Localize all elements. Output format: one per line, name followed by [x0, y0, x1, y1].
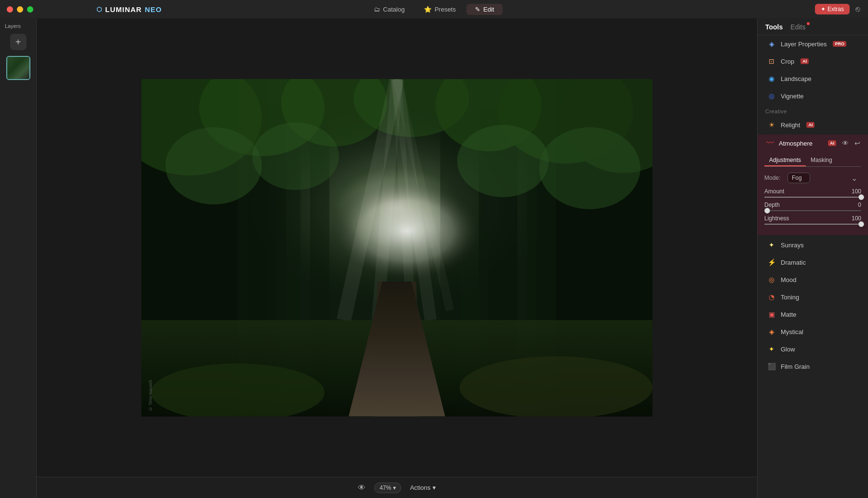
mystical-item[interactable]: ◈ Mystical	[760, 323, 866, 340]
layer-thumbnail-image	[7, 57, 29, 79]
minimize-button[interactable]	[17, 6, 23, 13]
svg-point-27	[457, 125, 549, 197]
vignette-label: Vignette	[781, 93, 803, 100]
layers-panel: Layers +	[0, 18, 37, 498]
mood-item[interactable]: ◎ Mood	[760, 271, 866, 288]
toning-item[interactable]: ◔ Toning	[760, 289, 866, 305]
depth-slider-thumb[interactable]	[764, 208, 770, 214]
amount-slider-fill	[764, 197, 861, 198]
filmgrain-item[interactable]: ⬛ Film Grain	[760, 358, 866, 375]
canvas-toolbar: 👁 47% ▾ Actions ▾	[37, 477, 757, 498]
mood-label: Mood	[781, 276, 797, 283]
close-button[interactable]	[7, 6, 13, 13]
crop-item[interactable]: ⊡ Crop AI	[760, 53, 866, 69]
atmosphere-tabs: Adjustments Masking	[764, 155, 861, 167]
zoom-control[interactable]: 47% ▾	[374, 483, 401, 493]
main-layout: Layers +	[0, 18, 868, 498]
extras-icon: ✦	[821, 6, 826, 13]
crop-label: Crop	[781, 58, 794, 65]
relight-label: Relight	[781, 121, 800, 129]
adjustments-tab[interactable]: Adjustments	[764, 155, 806, 166]
amount-label: Amount	[764, 188, 784, 195]
layer-properties-item[interactable]: ◈ Layer Properties PRO	[760, 36, 866, 52]
presets-icon: ⭐	[424, 6, 432, 13]
relight-badge: AI	[806, 122, 814, 128]
matte-label: Matte	[781, 311, 797, 318]
dramatic-label: Dramatic	[781, 259, 806, 266]
edit-label: Edit	[483, 6, 494, 13]
depth-slider-row: Depth 0 ↕	[764, 202, 861, 211]
visibility-icon[interactable]: 👁	[358, 484, 366, 492]
edit-nav-button[interactable]: ✎ Edit	[466, 4, 502, 15]
atmosphere-badge: AI	[828, 140, 836, 146]
landscape-item[interactable]: ◉ Landscape	[760, 70, 866, 87]
catalog-label: Catalog	[383, 6, 405, 13]
app-logo: ⬡ LUMINAR NEO	[96, 5, 162, 13]
canvas-area: © Timo Nausch 👁 47% ▾ Actions ▾	[37, 18, 757, 498]
actions-button[interactable]: Actions ▾	[410, 484, 436, 491]
atmosphere-visibility-icon[interactable]: 👁	[842, 139, 849, 147]
atmosphere-header[interactable]: 〰 Atmosphere AI 👁 ↩	[758, 135, 868, 152]
lightness-slider-fill	[764, 224, 861, 225]
atmosphere-icon: 〰	[765, 138, 775, 148]
lightness-slider-track[interactable]	[764, 224, 861, 225]
glow-label: Glow	[781, 346, 795, 353]
canvas-image[interactable]: © Timo Nausch	[141, 79, 652, 417]
actions-label: Actions	[410, 484, 431, 491]
lightness-slider-row: Lightness 100	[764, 215, 861, 225]
masking-tab[interactable]: Masking	[806, 155, 837, 166]
titlebar-nav: 🗂 Catalog ⭐ Presets ✎ Edit	[365, 4, 502, 15]
dramatic-item[interactable]: ⚡ Dramatic	[760, 254, 866, 270]
add-layer-button[interactable]: +	[10, 34, 27, 50]
titlebar: ⬡ LUMINAR NEO 🗂 Catalog ⭐ Presets ✎ Edit…	[0, 0, 868, 18]
mystical-label: Mystical	[781, 328, 803, 336]
relight-item[interactable]: ☀ Relight AI	[760, 117, 866, 133]
layer-properties-icon: ◈	[767, 40, 776, 48]
matte-icon: ▣	[767, 310, 776, 319]
depth-slider-track[interactable]: ↕	[764, 210, 861, 211]
glow-item[interactable]: ✦ Glow	[760, 341, 866, 357]
amount-slider-track[interactable]	[764, 197, 861, 198]
zoom-value: 47%	[380, 485, 391, 491]
svg-point-25	[165, 127, 262, 204]
filmgrain-icon: ⬛	[767, 362, 776, 371]
zoom-chevron-icon: ▾	[393, 485, 396, 491]
mode-select[interactable]: Fog Mist Haze Rain	[787, 173, 810, 183]
filmgrain-label: Film Grain	[781, 363, 810, 370]
tools-tab[interactable]: Tools	[765, 23, 783, 31]
share-icon[interactable]: ⎋	[855, 5, 860, 13]
sunrays-item[interactable]: ✦ Sunrays	[760, 237, 866, 253]
vignette-item[interactable]: ◎ Vignette	[760, 88, 866, 104]
atmosphere-label: Atmosphere	[779, 140, 824, 147]
mode-row: Mode: Fog Mist Haze Rain	[764, 173, 861, 183]
relight-icon: ☀	[767, 121, 776, 129]
layer-thumbnail[interactable]	[6, 56, 30, 80]
landscape-label: Landscape	[781, 75, 812, 82]
landscape-icon: ◉	[767, 74, 776, 83]
atmosphere-undo-icon[interactable]: ↩	[854, 139, 860, 147]
svg-point-32	[460, 356, 652, 417]
forest-scene: © Timo Nausch	[141, 79, 652, 417]
crop-icon: ⊡	[767, 57, 776, 66]
extras-button[interactable]: ✦ Extras	[815, 4, 850, 14]
maximize-button[interactable]	[27, 6, 33, 13]
glow-icon: ✦	[767, 345, 776, 353]
lightness-slider-thumb[interactable]	[858, 221, 864, 227]
lightness-value: 100	[852, 215, 861, 222]
presets-nav-button[interactable]: ⭐ Presets	[415, 4, 464, 15]
layer-properties-badge: PRO	[833, 41, 846, 47]
depth-value: 0	[858, 202, 861, 208]
presets-label: Presets	[434, 6, 456, 13]
mood-icon: ◎	[767, 275, 776, 284]
dramatic-icon: ⚡	[767, 258, 776, 267]
atmosphere-body: Adjustments Masking Mode: Fog Mist Haze …	[758, 152, 868, 235]
edits-tab[interactable]: Edits	[790, 23, 805, 31]
catalog-nav-button[interactable]: 🗂 Catalog	[365, 4, 413, 15]
matte-item[interactable]: ▣ Matte	[760, 306, 866, 323]
layer-properties-label: Layer Properties	[781, 40, 827, 48]
amount-slider-row: Amount 100	[764, 188, 861, 198]
watermark: © Timo Nausch	[148, 380, 153, 411]
depth-label: Depth	[764, 202, 780, 208]
lightness-label: Lightness	[764, 215, 789, 222]
amount-slider-thumb[interactable]	[858, 194, 864, 200]
